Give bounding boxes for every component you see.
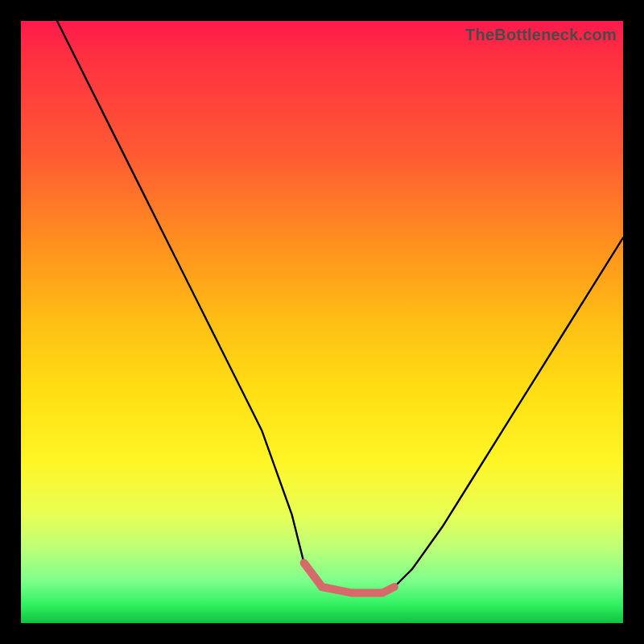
curve-layer [21,21,623,623]
accent-band [304,563,394,592]
bottleneck-curve [57,21,623,593]
chart-frame: TheBottleneck.com [0,0,644,644]
watermark-label: TheBottleneck.com [465,26,617,44]
plot-area: TheBottleneck.com [21,21,623,623]
